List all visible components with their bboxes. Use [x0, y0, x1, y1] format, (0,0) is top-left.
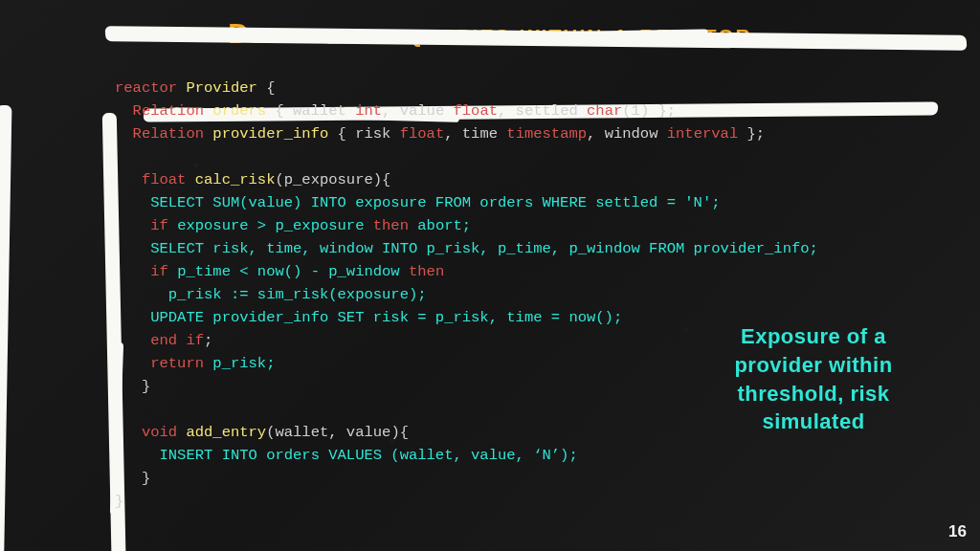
- ident-provider: Provider: [186, 79, 256, 97]
- sql-select-exposure: SELECT SUM(value) INTO exposure FROM ord…: [150, 194, 720, 211]
- code-block: reactor Provider { Relation orders { wal…: [115, 77, 942, 513]
- callout-text: Exposure of a provider within threshold,…: [708, 322, 919, 436]
- slide-title: Declarative queries within a reactor: [38, 17, 942, 50]
- sql-insert: INSERT INTO orders VALUES (wallet, value…: [160, 447, 578, 464]
- sql-update: UPDATE provider_info SET risk = p_risk, …: [150, 309, 622, 326]
- fn-calc-risk: calc_risk: [195, 171, 276, 188]
- kw-relation: Relation: [133, 102, 204, 120]
- page-number: 16: [948, 522, 967, 541]
- ident-orders: orders: [212, 102, 266, 120]
- kw-reactor: reactor: [115, 79, 177, 97]
- sql-select-risk: SELECT risk, time, window INTO p_risk, p…: [150, 240, 818, 257]
- ident-provider-info: provider_info: [212, 125, 328, 143]
- fn-add-entry: add_entry: [186, 424, 266, 441]
- slide: Declarative queries within a reactor rea…: [0, 0, 980, 551]
